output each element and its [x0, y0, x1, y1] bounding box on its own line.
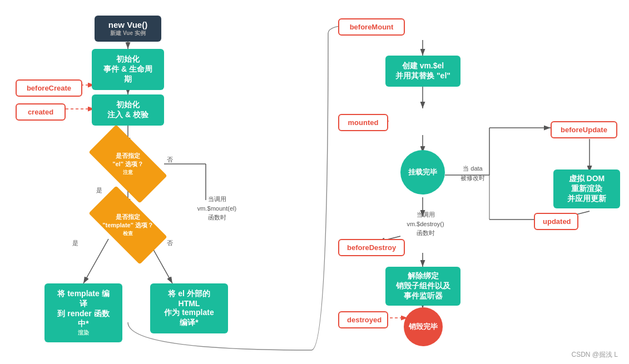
- box-el-line1: 将 el 外部的 HTML: [161, 289, 217, 308]
- diamond1-wrapper: 是否指定 "el" 选项？ 注意: [92, 142, 164, 186]
- unbind-line2: 销毁子组件以及: [390, 281, 456, 291]
- created-label: created: [28, 108, 53, 116]
- before-destroy-label: beforeDestroy: [347, 243, 396, 252]
- init1-box: 初始化 事件 & 生命周期: [92, 49, 164, 90]
- destroy-complete-wrapper: 销毁完毕: [404, 307, 443, 346]
- updated-label: updated: [543, 217, 571, 226]
- before-mount-label: beforeMount: [350, 23, 394, 31]
- box-el: 将 el 外部的 HTML 作为 template 编译*: [150, 283, 228, 333]
- diamond2-wrapper: 是否指定 "template" 选项？ 检查: [92, 203, 164, 247]
- destroy-complete-label: 销毁完毕: [409, 322, 438, 332]
- diamond2-yes-label: 是: [72, 239, 78, 247]
- mounted-label: mounted: [348, 118, 379, 127]
- new-vue-subtitle: 新建 Vue 实例: [101, 29, 155, 37]
- mounted-box: mounted: [338, 114, 388, 131]
- box-template-sub: 渲染: [56, 329, 111, 337]
- watermark: CSDN @掘浅 L: [571, 350, 618, 360]
- create-el-line2: 并用其替换 "el": [391, 71, 455, 81]
- init2-line1: 初始化: [103, 100, 153, 110]
- init2-line2: 注入 & 校验: [103, 110, 153, 120]
- diamond1-no-label: 否: [167, 156, 173, 164]
- before-create-box: beforeCreate: [16, 79, 82, 97]
- box-template-line2: 到 render 函数中*: [56, 309, 111, 329]
- updated-box: updated: [534, 213, 578, 230]
- new-vue-box: new Vue() 新建 Vue 实例: [95, 16, 161, 42]
- unbind-box: 解除绑定 销毁子组件以及 事件监听器: [385, 267, 460, 306]
- diamond2: 是否指定 "template" 选项？ 检查: [88, 186, 167, 264]
- mount-complete-wrapper: 挂载完毕: [400, 150, 445, 195]
- virtual-dom-box: 虚拟 DOM 重新渲染 并应用更新: [553, 169, 620, 208]
- diamond2-inner: 是否指定 "template" 选项？ 检查: [102, 213, 153, 237]
- when-destroy: 当调用 vm.$destroy() 函数时: [400, 210, 450, 238]
- when-mount-annotation: 当调用 vm.$mount(el) 函数时: [192, 195, 242, 222]
- box-template: 将 template 编译 到 render 函数中* 渲染: [44, 283, 122, 342]
- diamond2-no-label: 否: [167, 239, 173, 247]
- destroyed-label: destroyed: [347, 316, 382, 324]
- unbind-line1: 解除绑定: [390, 271, 456, 281]
- new-vue-label: new Vue(): [101, 20, 155, 29]
- mount-complete-circle: 挂载完毕: [400, 150, 445, 195]
- init2-box: 初始化 注入 & 校验: [92, 94, 164, 126]
- when-data-change: 当 data 被修改时: [450, 164, 495, 182]
- before-create-label: beforeCreate: [27, 84, 71, 92]
- box-el-line2: 作为 template 编译*: [161, 308, 217, 328]
- box-template-line1: 将 template 编译: [56, 289, 111, 309]
- create-el-box: 创建 vm.$el 并用其替换 "el": [385, 56, 460, 87]
- destroy-complete-circle: 销毁完毕: [404, 307, 443, 346]
- init1-line2: 事件 & 生命周期: [103, 64, 153, 84]
- init1-line1: 初始化: [103, 54, 153, 64]
- diamond1-yes-label: 是: [96, 186, 102, 195]
- create-el-line1: 创建 vm.$el: [391, 61, 455, 71]
- before-update-label: beforeUpdate: [561, 126, 607, 134]
- before-mount-box: beforeMount: [338, 18, 405, 36]
- diamond1-inner: 是否指定 "el" 选项？ 注意: [112, 152, 143, 176]
- created-box: created: [16, 103, 66, 121]
- mount-complete-label: 挂载完毕: [408, 167, 437, 177]
- before-destroy-box: beforeDestroy: [338, 239, 405, 256]
- before-update-box: beforeUpdate: [551, 121, 617, 138]
- virtual-dom-line1: 虚拟 DOM: [558, 174, 616, 184]
- virtual-dom-line3: 并应用更新: [558, 194, 616, 204]
- destroyed-box: destroyed: [338, 311, 388, 328]
- virtual-dom-line2: 重新渲染: [558, 184, 616, 194]
- unbind-line3: 事件监听器: [390, 291, 456, 301]
